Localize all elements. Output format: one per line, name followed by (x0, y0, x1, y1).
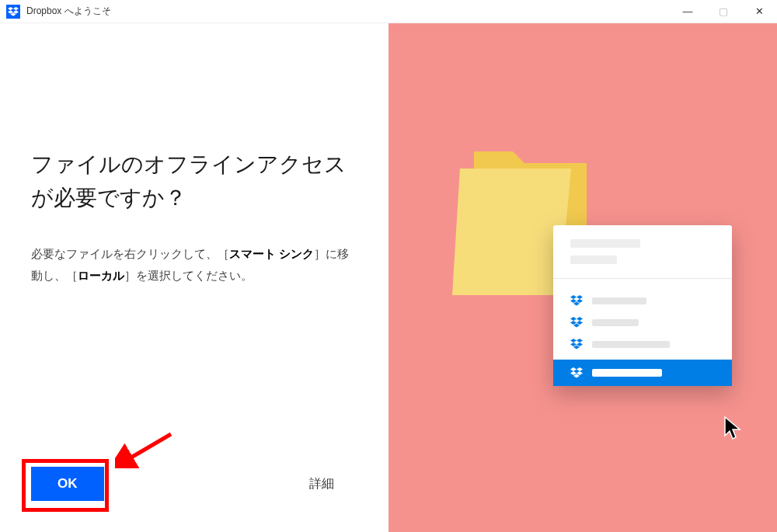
minimize-button[interactable]: — (670, 0, 706, 23)
dropbox-icon (570, 316, 583, 329)
menu-row (553, 290, 732, 311)
left-pane: ファイルのオフラインアクセスが必要ですか？ 必要なファイルを右クリックして、［ス… (0, 23, 388, 532)
desc-bold-local: ローカル (78, 269, 124, 282)
dropbox-icon (6, 5, 20, 19)
dropbox-icon (570, 294, 583, 307)
menu-label-stub (592, 297, 646, 304)
desc-text: 必要なファイルを右クリックして、［ (31, 247, 229, 260)
page-heading: ファイルのオフラインアクセスが必要ですか？ (31, 148, 357, 215)
desc-text: ］を選択してください。 (124, 269, 253, 282)
ok-button[interactable]: OK (31, 467, 104, 501)
cursor-icon (723, 416, 744, 442)
menu-row-selected (553, 360, 732, 386)
menu-row (553, 333, 732, 355)
desc-bold-smartsync: スマート シンク (229, 247, 314, 260)
bottom-actions: OK 詳細 (31, 467, 357, 501)
content-area: ファイルのオフラインアクセスが必要ですか？ 必要なファイルを右クリックして、［ス… (0, 23, 777, 532)
title-bar-left: Dropbox へようこそ (6, 5, 111, 19)
menu-divider (553, 278, 732, 279)
title-bar: Dropbox へようこそ — ▢ ✕ (0, 0, 777, 23)
context-menu-illustration (553, 225, 732, 386)
window-controls: — ▢ ✕ (670, 0, 777, 23)
window-title: Dropbox へようこそ (26, 5, 111, 18)
details-link[interactable]: 詳細 (309, 476, 334, 492)
menu-label-stub (592, 369, 662, 377)
app-window: Dropbox へようこそ — ▢ ✕ ファイルのオフラインアクセスが必要ですか… (0, 0, 777, 532)
menu-stub (570, 256, 617, 264)
menu-label-stub (592, 319, 639, 326)
annotation-arrow-icon (115, 429, 177, 468)
menu-label-stub (592, 341, 670, 348)
maximize-button[interactable]: ▢ (706, 0, 741, 23)
menu-stub (570, 239, 640, 248)
menu-row (553, 311, 732, 333)
dropbox-icon (570, 367, 583, 379)
page-description: 必要なファイルを右クリックして、［スマート シンク］に移動し、［ローカル］を選択… (31, 243, 357, 287)
svg-line-0 (126, 434, 171, 461)
close-button[interactable]: ✕ (741, 0, 777, 23)
right-pane-illustration (388, 23, 777, 532)
dropbox-icon (570, 338, 583, 350)
